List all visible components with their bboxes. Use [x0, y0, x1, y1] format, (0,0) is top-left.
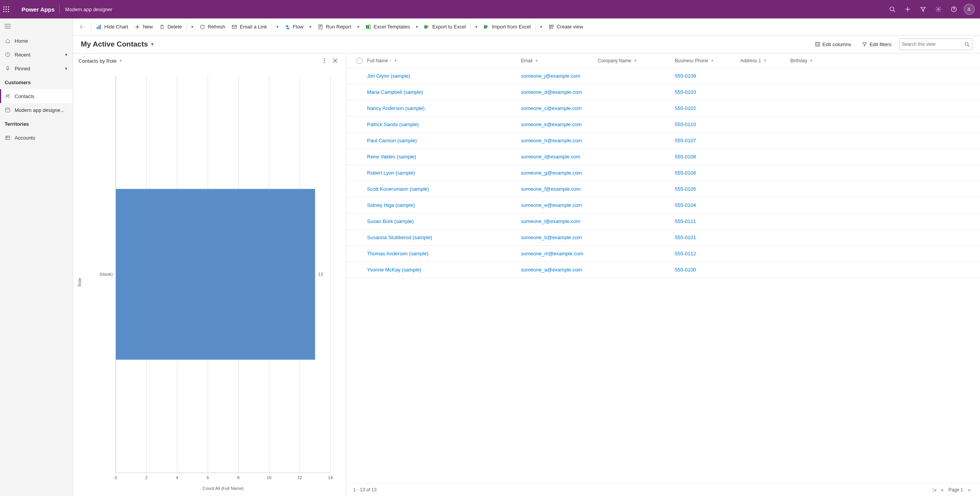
contact-phone-link[interactable]: 555-0112 — [675, 251, 696, 256]
contact-email-link[interactable]: someone_g@example.com — [521, 170, 582, 176]
contact-email-link[interactable]: someone_f@example.com — [521, 186, 581, 192]
contact-phone-link[interactable]: 555-0109 — [675, 73, 696, 79]
email-link-button[interactable]: Email a Link — [228, 20, 270, 34]
contact-name-link[interactable]: Rene Valdes (sample) — [367, 154, 416, 160]
contact-name-link[interactable]: Sidney Higa (sample) — [367, 202, 415, 208]
help-icon[interactable] — [946, 0, 962, 18]
hide-chart-button[interactable]: Hide Chart — [93, 20, 131, 34]
next-page-button[interactable]: ▸ — [966, 487, 973, 493]
contact-phone-link[interactable]: 555-0100 — [675, 267, 696, 273]
delete-dropdown[interactable]: ▼ — [189, 20, 196, 34]
excel-templates-button[interactable]: XExcel Templates — [362, 20, 413, 34]
view-title-dropdown[interactable]: My Active Contacts▼ — [81, 40, 154, 48]
contact-email-link[interactable]: someone_b@example.com — [521, 235, 582, 240]
user-avatar[interactable]: JL — [962, 0, 977, 18]
app-launcher-icon[interactable] — [3, 6, 18, 12]
nav-home[interactable]: Home — [0, 34, 73, 48]
contact-phone-link[interactable]: 555-0105 — [675, 186, 696, 192]
contact-email-link[interactable]: someone_k@example.com — [521, 122, 582, 127]
search-box[interactable] — [899, 38, 972, 50]
flow-button[interactable]: Flow — [281, 20, 306, 34]
refresh-button[interactable]: Refresh — [196, 20, 229, 34]
excel-templates-dropdown[interactable]: ▼ — [413, 20, 421, 34]
contact-email-link[interactable]: someone_a@example.com — [521, 267, 582, 273]
select-all-checkbox[interactable] — [352, 58, 367, 64]
nav-pinned[interactable]: Pinned▼ — [0, 62, 73, 75]
column-header-phone[interactable]: Business Phone▼ — [675, 58, 740, 63]
table-row[interactable]: Sidney Higa (sample)someone_e@example.co… — [346, 197, 980, 213]
filter-icon[interactable] — [915, 0, 931, 18]
table-row[interactable]: Nancy Anderson (sample)someone_c@example… — [346, 100, 980, 117]
nav-recent[interactable]: Recent▼ — [0, 48, 73, 62]
new-button[interactable]: New — [131, 20, 156, 34]
table-row[interactable]: Rene Valdes (sample)someone_i@example.co… — [346, 149, 980, 165]
contact-email-link[interactable]: someone_m@example.com — [521, 251, 583, 256]
nav-accounts[interactable]: Accounts — [0, 131, 73, 145]
email-link-dropdown[interactable]: ▼ — [274, 20, 281, 34]
contact-phone-link[interactable]: 555-0108 — [675, 154, 696, 160]
close-chart-button[interactable] — [330, 55, 341, 66]
table-row[interactable]: Thomas Andersen (sample)someone_m@exampl… — [346, 246, 980, 262]
flow-dropdown[interactable]: ▼ — [307, 20, 314, 34]
nav-modern-app-designer[interactable]: Modern app designe... — [0, 103, 73, 117]
contact-name-link[interactable]: Susan Burk (sample) — [367, 218, 414, 224]
import-excel-dropdown[interactable]: ▼ — [538, 20, 545, 34]
edit-filters-button[interactable]: Edit filters — [859, 39, 895, 50]
contact-phone-link[interactable]: 555-0110 — [675, 122, 696, 127]
contact-email-link[interactable]: someone_i@example.com — [521, 154, 580, 160]
contact-name-link[interactable]: Robert Lyon (sample) — [367, 170, 415, 176]
chart-plot[interactable]: 0246810121413(blank)Count:All (Full Name… — [88, 72, 338, 492]
contact-email-link[interactable]: someone_j@example.com — [521, 73, 580, 79]
column-header-full-name[interactable]: Full Name↑▼ — [367, 58, 521, 63]
run-report-dropdown[interactable]: ▼ — [354, 20, 362, 34]
edit-columns-button[interactable]: Edit columns — [812, 39, 854, 50]
export-excel-dropdown[interactable]: ▼ — [472, 20, 480, 34]
app-name[interactable]: Modern app designer — [61, 7, 116, 12]
contact-email-link[interactable]: someone_l@example.com — [521, 218, 580, 224]
chart-title-dropdown[interactable]: Contacts by Role▼ — [78, 58, 122, 64]
import-excel-button[interactable]: XImport from Excel — [480, 20, 534, 34]
column-header-company[interactable]: Company Name▼ — [598, 58, 675, 63]
table-row[interactable]: Maria Campbell (sample)someone_d@example… — [346, 84, 980, 100]
column-header-email[interactable]: Email▼ — [521, 58, 598, 63]
contact-phone-link[interactable]: 555-0101 — [675, 235, 696, 240]
table-row[interactable]: Patrick Sands (sample)someone_k@example.… — [346, 117, 980, 133]
nav-collapse-button[interactable] — [0, 18, 73, 34]
contact-phone-link[interactable]: 555-0103 — [675, 89, 696, 95]
contact-name-link[interactable]: Yvonne McKay (sample) — [367, 267, 421, 273]
column-header-birthday[interactable]: Birthday▼ — [790, 58, 833, 63]
contact-name-link[interactable]: Nancy Anderson (sample) — [367, 105, 425, 111]
create-view-button[interactable]: Create view — [545, 20, 586, 34]
contact-name-link[interactable]: Jim Glynn (sample) — [367, 73, 410, 79]
contact-email-link[interactable]: someone_e@example.com — [521, 202, 582, 208]
table-row[interactable]: Susanna Stubberod (sample)someone_b@exam… — [346, 230, 980, 246]
delete-button[interactable]: Delete — [156, 20, 185, 34]
contact-phone-link[interactable]: 555-0106 — [675, 170, 696, 176]
contact-phone-link[interactable]: 555-0102 — [675, 105, 696, 111]
table-row[interactable]: Paul Cannon (sample)someone_h@example.co… — [346, 133, 980, 149]
search-icon[interactable] — [885, 0, 900, 18]
table-row[interactable]: Susan Burk (sample)someone_l@example.com… — [346, 213, 980, 230]
settings-icon[interactable] — [931, 0, 946, 18]
contact-name-link[interactable]: Thomas Andersen (sample) — [367, 251, 429, 256]
contact-phone-link[interactable]: 555-0111 — [675, 218, 696, 224]
add-icon[interactable] — [900, 0, 915, 18]
contact-email-link[interactable]: someone_c@example.com — [521, 105, 582, 111]
nav-contacts[interactable]: Contacts — [0, 89, 73, 103]
run-report-button[interactable]: Run Report — [314, 20, 354, 34]
table-row[interactable]: Robert Lyon (sample)someone_g@example.co… — [346, 165, 980, 181]
contact-name-link[interactable]: Patrick Sands (sample) — [367, 122, 419, 127]
search-input[interactable] — [902, 42, 964, 47]
contact-name-link[interactable]: Scott Konersmann (sample) — [367, 186, 429, 192]
column-header-address[interactable]: Address 1▼ — [740, 58, 790, 63]
contact-name-link[interactable]: Paul Cannon (sample) — [367, 138, 417, 143]
search-icon[interactable] — [964, 42, 970, 47]
contact-name-link[interactable]: Maria Campbell (sample) — [367, 89, 423, 95]
contact-phone-link[interactable]: 555-0104 — [675, 202, 696, 208]
export-excel-button[interactable]: XExport to Excel — [421, 20, 469, 34]
table-row[interactable]: Yvonne McKay (sample)someone_a@example.c… — [346, 262, 980, 278]
contact-email-link[interactable]: someone_d@example.com — [521, 89, 582, 95]
prev-page-button[interactable]: ◂ — [938, 487, 945, 493]
contact-name-link[interactable]: Susanna Stubberod (sample) — [367, 235, 432, 240]
table-row[interactable]: Scott Konersmann (sample)someone_f@examp… — [346, 181, 980, 197]
